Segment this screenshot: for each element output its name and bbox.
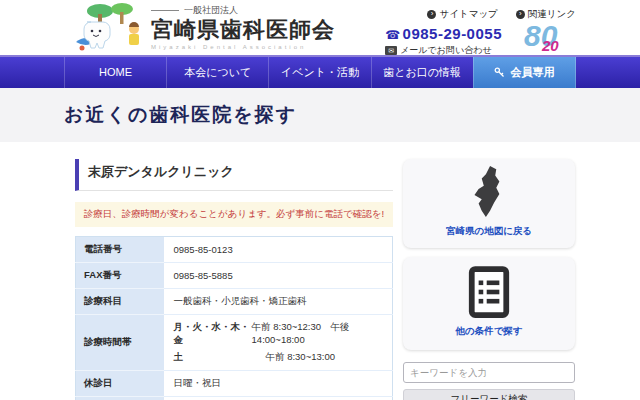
table-row-address: 住所 宮崎市清武町船引207-1 <box>76 397 393 400</box>
sitemap-link-label: サイトマップ <box>439 8 497 21</box>
header: 一般社団法人 宮崎県歯科医師会 Miyazaki Dental Associat… <box>0 0 640 55</box>
clinic-detail-panel: 末原デンタルクリニック 診療日、診療時間が変わることがあります。必ず事前に電話で… <box>75 142 393 400</box>
sitemap-link[interactable]: › サイトマップ <box>427 8 497 21</box>
row-label: 電話番号 <box>76 237 164 263</box>
org-type: 一般社団法人 <box>151 4 335 17</box>
miyazaki-prefecture-icon <box>470 165 508 219</box>
table-row-subjects: 診療科目 一般歯科・小児歯科・矯正歯科 <box>76 289 393 315</box>
main-nav: HOME 本会について イベント・活動 歯とお口の情報 会員専用 <box>0 55 640 88</box>
row-label: 住所 <box>76 397 164 400</box>
row-label: 診療時間帯 <box>76 315 164 371</box>
row-value: 0985-85-5885 <box>164 263 393 289</box>
table-row-hours: 診療時間帯 月・火・水・木・金 午前 8:30~12:30 午後 14:00~1… <box>76 315 393 371</box>
nav-item-oral-info[interactable]: 歯とお口の情報 <box>371 57 473 88</box>
other-conditions-card[interactable]: 他の条件で探す <box>403 257 575 350</box>
contact-block: ☎0985-29-0055 ✉ メールでお問い合わせ <box>385 25 502 57</box>
org-name: 宮崎県歯科医師会 <box>151 17 335 42</box>
mail-icon: ✉ <box>385 46 397 55</box>
row-label: 診療科目 <box>76 289 164 315</box>
mail-contact-link[interactable]: ✉ メールでお問い合わせ <box>385 44 502 57</box>
site-logo[interactable]: 一般社団法人 宮崎県歯科医師会 Miyazaki Dental Associat… <box>72 2 335 52</box>
back-to-map-card[interactable]: 宮崎県の地図に戻る <box>403 159 575 248</box>
table-row-phone: 電話番号 0985-85-0123 <box>76 237 393 263</box>
nav-item-about[interactable]: 本会について <box>166 57 268 88</box>
hours-time: 午前 8:30~12:30 午後 14:00~18:00 <box>252 321 382 347</box>
row-value: 0985-85-0123 <box>164 237 393 263</box>
clinic-name-heading: 末原デンタルクリニック <box>75 159 393 191</box>
nav-item-events[interactable]: イベント・活動 <box>268 57 370 88</box>
row-value: 一般歯科・小児歯科・矯正歯科 <box>164 289 393 315</box>
mail-contact-label: メールでお問い合わせ <box>400 44 491 57</box>
key-icon <box>494 67 505 78</box>
mascot-logo-icon <box>72 2 146 52</box>
hours-line-saturday: 土 午前 8:30~13:00 <box>174 351 383 364</box>
arrow-circle-icon: › <box>516 10 525 19</box>
free-word-search-button[interactable]: フリーワード検索 <box>403 389 575 400</box>
phone-number[interactable]: ☎0985-29-0055 <box>385 25 502 42</box>
nav-item-home[interactable]: HOME <box>64 57 166 88</box>
page-title: お近くの歯科医院を探す <box>64 102 297 128</box>
hours-time: 午前 8:30~13:00 <box>266 351 335 364</box>
phone-number-text: 0985-29-0055 <box>403 25 502 42</box>
table-row-closed: 休診日 日曜・祝日 <box>76 371 393 397</box>
notice-banner: 診療日、診療時間が変わることがあります。必ず事前に電話で確認を! <box>75 202 393 227</box>
title-band: お近くの歯科医院を探す <box>0 88 640 142</box>
row-label: FAX番号 <box>76 263 164 289</box>
arrow-circle-icon: › <box>427 10 436 19</box>
keyword-input[interactable] <box>403 362 575 383</box>
back-to-map-link[interactable]: 宮崎県の地図に戻る <box>403 225 575 238</box>
row-value: 月・火・水・木・金 午前 8:30~12:30 午後 14:00~18:00 土… <box>164 315 393 371</box>
search-sidebar: 宮崎県の地図に戻る 他の条件で探す フリーワード検索 <box>403 142 575 400</box>
logo-text: 一般社団法人 宮崎県歯科医師会 Miyazaki Dental Associat… <box>151 4 335 49</box>
contact-row: ☎0985-29-0055 ✉ メールでお問い合わせ 80 20 <box>385 25 576 59</box>
8020-logo-20: 20 <box>542 37 559 54</box>
other-conditions-link[interactable]: 他の条件で探す <box>403 325 575 338</box>
row-value: 日曜・祝日 <box>164 371 393 397</box>
nav-item-members-only[interactable]: 会員専用 <box>473 57 576 88</box>
row-label: 休診日 <box>76 371 164 397</box>
condition-list-icon <box>466 265 512 319</box>
hours-days: 土 <box>174 351 266 364</box>
page: 一般社団法人 宮崎県歯科医師会 Miyazaki Dental Associat… <box>0 0 640 400</box>
phone-icon: ☎ <box>385 28 400 42</box>
org-name-en: Miyazaki Dental Association <box>151 44 335 50</box>
clinic-info-table: 電話番号 0985-85-0123 FAX番号 0985-85-5885 診療科… <box>75 236 393 400</box>
hours-line-weekdays: 月・火・水・木・金 午前 8:30~12:30 午後 14:00~18:00 <box>174 321 383 347</box>
header-right: › サイトマップ › 関連リンク ☎0985-29-0055 ✉ メールでお問い… <box>385 8 576 59</box>
8020-campaign-logo: 80 20 <box>524 25 576 59</box>
table-row-fax: FAX番号 0985-85-5885 <box>76 263 393 289</box>
nav-members-label: 会員専用 <box>510 57 554 88</box>
row-value: 宮崎市清武町船引207-1 <box>164 397 393 400</box>
hours-days: 月・火・水・木・金 <box>174 321 252 347</box>
main-area: 末原デンタルクリニック 診療日、診療時間が変わることがあります。必ず事前に電話で… <box>0 142 640 400</box>
